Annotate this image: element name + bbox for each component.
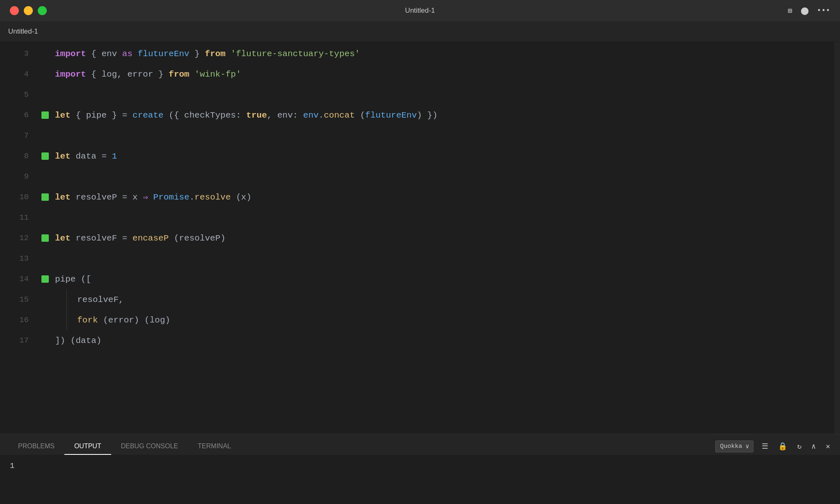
token: } =	[107, 111, 132, 120]
tab-untitled[interactable]: Untitled-1	[8, 24, 38, 39]
token: x	[132, 193, 138, 202]
token	[132, 49, 138, 59]
token: 'wink-fp'	[194, 70, 241, 79]
maximize-button[interactable]	[38, 6, 47, 15]
token: error	[108, 316, 134, 325]
token: let	[55, 152, 71, 161]
line-number: 9	[0, 166, 37, 187]
token: =	[96, 152, 112, 161]
breakpoint-dot[interactable]	[41, 193, 49, 201]
output-source-dropdown[interactable]: Quokka ∨	[715, 440, 753, 452]
token	[189, 70, 195, 79]
line-numbers: 34567891011121314151617	[0, 42, 37, 434]
bottom-panel: PROBLEMS OUTPUT DEBUG CONSOLE TERMINAL Q…	[0, 434, 840, 504]
token: env	[101, 49, 117, 59]
token: data	[75, 152, 96, 161]
line-number: 13	[0, 248, 37, 269]
token: pipe	[86, 111, 107, 120]
code-area[interactable]: import { env as flutureEnv } from 'flutu…	[53, 42, 840, 434]
code-line	[53, 84, 840, 105]
panel-content: 1	[0, 455, 840, 504]
token: 1	[112, 152, 117, 161]
token: ({	[164, 111, 184, 120]
token: 'fluture-sanctuary-types'	[231, 49, 360, 59]
token: checkTypes	[184, 111, 236, 120]
gutter-row	[37, 166, 53, 187]
filter-icon[interactable]: ☰	[760, 440, 770, 452]
gutter-row	[37, 187, 53, 207]
tab-problems[interactable]: PROBLEMS	[8, 438, 64, 455]
token: create	[132, 111, 164, 120]
token: flutureEnv	[365, 111, 417, 120]
token: from	[205, 49, 226, 59]
refresh-icon[interactable]: ↻	[795, 440, 803, 452]
output-line-number: 1	[10, 461, 14, 470]
token: ) (	[134, 316, 150, 325]
split-editor-icon[interactable]: ⊞	[788, 6, 792, 15]
token: env	[303, 111, 319, 120]
tab-output[interactable]: OUTPUT	[64, 438, 111, 455]
token	[117, 49, 122, 59]
token: env	[277, 111, 293, 120]
token: let	[55, 193, 71, 202]
scroll-up-icon[interactable]: ∧	[810, 440, 817, 452]
token: from	[169, 70, 189, 79]
token: resolveP	[179, 234, 221, 243]
token: resolveF	[67, 295, 119, 304]
line-number: 5	[0, 84, 37, 105]
breakpoint-dot[interactable]	[41, 152, 49, 160]
circle-icon[interactable]: ⬤	[801, 6, 809, 15]
scrollbar[interactable]	[834, 42, 840, 434]
code-line	[53, 207, 840, 228]
token: ,	[117, 70, 127, 79]
token	[226, 49, 231, 59]
token: {	[86, 70, 102, 79]
tab-terminal[interactable]: TERMINAL	[188, 438, 241, 455]
minimize-button[interactable]	[24, 6, 33, 15]
token	[71, 152, 76, 161]
line-number: 11	[0, 207, 37, 228]
token: )	[220, 234, 226, 243]
code-line: import { env as flutureEnv } from 'flutu…	[53, 43, 840, 64]
lock-icon[interactable]: 🔒	[776, 440, 789, 452]
token	[71, 193, 76, 202]
line-number: 6	[0, 105, 37, 125]
gutter-row	[37, 125, 53, 146]
token: resolveF	[75, 234, 117, 243]
breakpoint-dot[interactable]	[41, 275, 49, 283]
breakpoint-dot[interactable]	[41, 234, 49, 242]
token: let	[55, 111, 71, 120]
token: log	[101, 70, 117, 79]
more-actions-icon[interactable]: •••	[817, 7, 830, 15]
token: :	[293, 111, 303, 120]
line-number: 17	[0, 330, 37, 351]
code-line: let resolveP = x ⇒ Promise.resolve (x)	[53, 187, 840, 207]
line-number: 15	[0, 289, 37, 310]
token	[71, 234, 76, 243]
close-panel-icon[interactable]: ✕	[824, 440, 832, 452]
gutter-row	[37, 146, 53, 166]
token: import	[55, 49, 86, 59]
line-number: 10	[0, 187, 37, 207]
code-line: pipe ([	[53, 269, 840, 289]
chevron-down-icon: ∨	[745, 443, 749, 450]
token: (	[98, 316, 108, 325]
token: }	[189, 49, 205, 59]
gutter-row	[37, 43, 53, 64]
line-gutter	[37, 42, 53, 434]
line-number: 12	[0, 228, 37, 248]
gutter-row	[37, 330, 53, 351]
code-line	[53, 125, 840, 146]
code-line: import { log, error } from 'wink-fp'	[53, 64, 840, 84]
token: {	[86, 49, 102, 59]
code-line: let resolveF = encaseP (resolveP)	[53, 228, 840, 248]
tab-debug-console[interactable]: DEBUG CONSOLE	[111, 438, 188, 455]
breakpoint-dot[interactable]	[41, 111, 49, 119]
token: Promise	[153, 193, 189, 202]
token: log	[150, 316, 165, 325]
token: .	[189, 193, 195, 202]
token: as	[122, 49, 132, 59]
token: true	[246, 111, 267, 120]
close-button[interactable]	[10, 6, 19, 15]
line-number: 16	[0, 310, 37, 330]
